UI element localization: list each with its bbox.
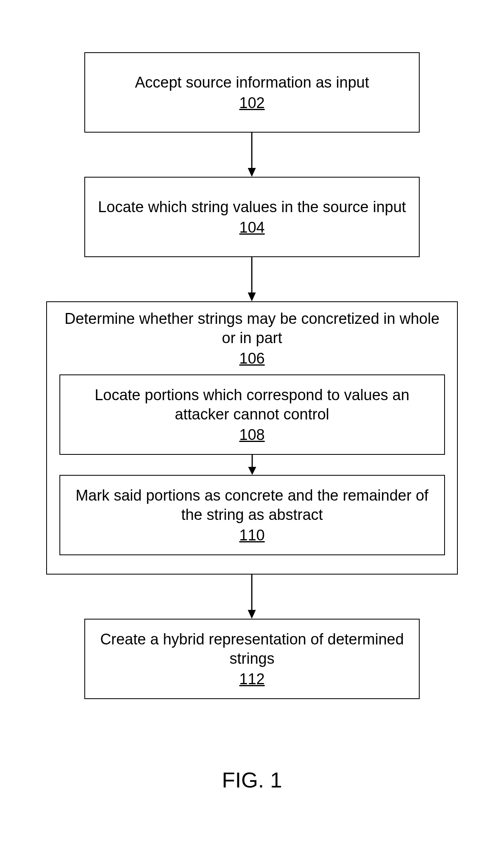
step-112-box: Create a hybrid representation of determ… (84, 619, 420, 699)
step-108-ref: 108 (239, 426, 265, 444)
arrow-108-to-110 (247, 455, 257, 475)
step-110-box: Mark said portions as concrete and the r… (59, 475, 445, 555)
step-102-text: Accept source information as input (135, 73, 369, 92)
step-112-ref: 112 (239, 671, 265, 688)
step-108-text: Locate portions which correspond to valu… (68, 386, 436, 424)
svg-marker-5 (248, 467, 256, 475)
step-110-ref: 110 (239, 527, 265, 544)
step-106-box: Determine whether strings may be concret… (46, 301, 458, 575)
step-102-ref: 102 (239, 94, 265, 112)
arrow-106-to-112 (247, 575, 257, 619)
step-104-text: Locate which string values in the source… (98, 198, 406, 217)
figure-label: FIG. 1 (0, 767, 504, 792)
step-110-text: Mark said portions as concrete and the r… (68, 486, 436, 524)
arrow-102-to-104 (247, 133, 257, 177)
svg-marker-7 (248, 610, 256, 619)
step-106-ref: 106 (239, 350, 265, 367)
step-106-text: Determine whether strings may be concret… (59, 309, 445, 348)
step-112-text: Create a hybrid representation of determ… (93, 630, 411, 668)
svg-marker-3 (248, 292, 256, 301)
step-102-box: Accept source information as input 102 (84, 52, 420, 133)
step-104-ref: 104 (239, 219, 265, 236)
step-108-box: Locate portions which correspond to valu… (59, 374, 445, 455)
svg-marker-1 (248, 168, 256, 177)
flowchart-canvas: Accept source information as input 102 L… (0, 0, 504, 861)
step-104-box: Locate which string values in the source… (84, 177, 420, 257)
arrow-104-to-106 (247, 257, 257, 301)
